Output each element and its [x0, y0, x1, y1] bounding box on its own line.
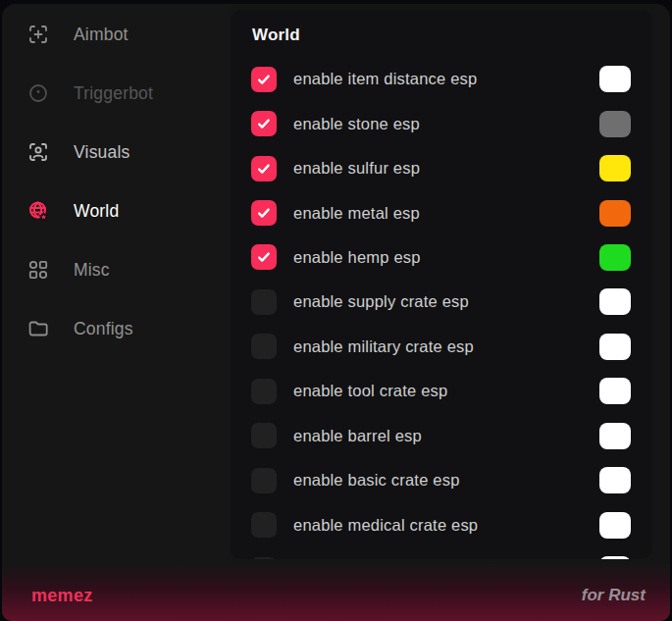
- sidebar-item-label: Aimbot: [74, 25, 129, 45]
- color-swatch[interactable]: [599, 244, 631, 271]
- esp-label: enable supply crate esp: [293, 292, 599, 311]
- brand-suffix-label: for Rust: [582, 586, 646, 605]
- panel-title: World: [231, 10, 652, 57]
- sidebar-item-configs[interactable]: Configs: [2, 299, 231, 358]
- esp-checkbox[interactable]: [251, 468, 277, 493]
- esp-checkbox[interactable]: [251, 67, 277, 92]
- color-swatch[interactable]: [599, 556, 631, 559]
- esp-label: enable military crate esp: [293, 337, 599, 356]
- esp-checkbox[interactable]: [251, 200, 277, 226]
- world-icon: [26, 199, 50, 223]
- esp-checkbox[interactable]: [251, 111, 277, 136]
- esp-row: enable hemp esp: [231, 235, 652, 280]
- esp-checkbox[interactable]: [251, 423, 277, 448]
- cheat-menu-window: AimbotTriggerbotVisualsWorldMiscConfigs …: [2, 4, 670, 621]
- color-swatch[interactable]: [599, 66, 631, 92]
- color-swatch[interactable]: [599, 200, 631, 227]
- sidebar-item-visuals[interactable]: Visuals: [2, 123, 231, 181]
- esp-checkbox[interactable]: [251, 156, 277, 181]
- color-swatch[interactable]: [599, 111, 631, 137]
- configs-icon: [26, 317, 50, 340]
- esp-row: enable military crate esp: [231, 325, 652, 369]
- sidebar-item-label: Misc: [74, 260, 110, 281]
- esp-row: [231, 547, 652, 559]
- color-swatch[interactable]: [599, 155, 631, 181]
- esp-row: enable sulfur esp: [231, 146, 652, 190]
- sidebar-item-label: Visuals: [74, 142, 130, 163]
- esp-label: enable item distance esp: [293, 70, 599, 88]
- sidebar-item-world[interactable]: World: [2, 181, 231, 240]
- esp-checkbox[interactable]: [251, 379, 277, 404]
- esp-row: enable item distance esp: [231, 57, 652, 101]
- esp-row: enable medical crate esp: [231, 502, 652, 546]
- esp-row: enable metal esp: [231, 190, 652, 234]
- esp-label: enable barrel esp: [293, 427, 599, 445]
- esp-row-list: enable item distance espenable stone esp…: [231, 57, 652, 559]
- esp-checkbox[interactable]: [251, 244, 277, 270]
- esp-label: enable sulfur esp: [293, 159, 599, 178]
- esp-row: enable supply crate esp: [231, 280, 652, 324]
- color-swatch[interactable]: [599, 467, 631, 493]
- color-swatch[interactable]: [599, 288, 631, 315]
- sidebar-item-label: Triggerbot: [74, 83, 153, 104]
- esp-label: enable metal esp: [293, 204, 599, 223]
- esp-label: enable tool crate esp: [293, 382, 599, 400]
- esp-checkbox[interactable]: [251, 334, 277, 359]
- sidebar-item-label: Configs: [74, 319, 133, 339]
- world-panel: World enable item distance espenable sto…: [231, 10, 652, 559]
- color-swatch[interactable]: [599, 378, 631, 404]
- esp-row: enable tool crate esp: [231, 369, 652, 413]
- footer-bar: memez for Rust: [2, 564, 670, 621]
- sidebar-item-misc[interactable]: Misc: [2, 240, 231, 299]
- visuals-icon: [26, 140, 50, 164]
- color-swatch[interactable]: [599, 334, 631, 360]
- esp-checkbox[interactable]: [251, 289, 277, 315]
- sidebar-item-label: World: [74, 201, 119, 222]
- esp-checkbox[interactable]: [251, 512, 277, 538]
- triggerbot-icon: [26, 81, 50, 105]
- misc-icon: [26, 258, 50, 282]
- brand-label: memez: [31, 586, 93, 606]
- sidebar: AimbotTriggerbotVisualsWorldMiscConfigs: [2, 4, 231, 564]
- esp-row: enable barrel esp: [231, 414, 652, 458]
- esp-label: enable basic crate esp: [293, 471, 599, 490]
- sidebar-item-triggerbot[interactable]: Triggerbot: [2, 64, 231, 123]
- esp-label: enable medical crate esp: [293, 516, 599, 535]
- sidebar-item-aimbot[interactable]: Aimbot: [2, 5, 231, 64]
- esp-row: enable stone esp: [231, 101, 652, 145]
- esp-label: enable stone esp: [293, 115, 599, 133]
- aimbot-icon: [26, 23, 50, 46]
- esp-checkbox[interactable]: [251, 557, 277, 559]
- color-swatch[interactable]: [599, 512, 631, 539]
- esp-label: enable hemp esp: [293, 248, 599, 267]
- color-swatch[interactable]: [599, 423, 631, 449]
- esp-row: enable basic crate esp: [231, 458, 652, 502]
